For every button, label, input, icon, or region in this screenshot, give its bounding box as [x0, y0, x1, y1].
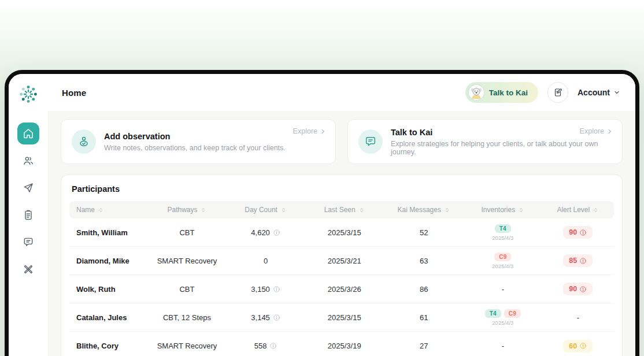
card-text: Add observation Write notes, observation… [104, 132, 286, 152]
table-row[interactable]: Blithe, CorySMART Recovery5582025/3/1927… [69, 332, 614, 356]
notes-icon [23, 209, 34, 221]
sort-icon [200, 207, 206, 213]
empty-value: - [502, 342, 504, 350]
info-icon[interactable] [273, 229, 280, 236]
inventory-date: 2025/4/3 [492, 235, 513, 241]
sort-icon [280, 207, 287, 213]
table-body: Smith, WilliamCBT4,6202025/3/1552T42025/… [69, 218, 614, 356]
info-icon[interactable] [273, 285, 280, 293]
column-header-inventories[interactable]: Inventories [464, 206, 542, 214]
participant-kai-messages: 52 [384, 228, 464, 237]
tools-icon [23, 264, 34, 275]
participant-kai-messages: 63 [384, 257, 464, 265]
chat-bubble-icon [358, 129, 383, 154]
quick-action-cards: Add observation Write notes, observation… [61, 119, 623, 164]
table-row[interactable]: Catalan, JulesCBT, 12 Steps3,1452025/3/1… [69, 303, 614, 332]
sidebar-item-notes[interactable] [17, 204, 39, 226]
info-icon[interactable] [269, 342, 277, 350]
column-header-name[interactable]: Name [69, 206, 147, 214]
kai-avatar [469, 85, 484, 100]
sidebar-item-home[interactable] [17, 123, 39, 144]
home-icon [23, 128, 34, 139]
sort-icon [358, 207, 365, 213]
sidebar-item-tools[interactable] [17, 258, 39, 280]
column-label: Name [76, 206, 95, 214]
participant-kai-messages: 61 [384, 313, 464, 322]
talk-to-kai-card[interactable]: Talk to Kai Explore strategies for helpi… [347, 119, 623, 164]
account-menu[interactable]: Account [578, 88, 620, 97]
participant-last-seen: 2025/3/26 [305, 285, 384, 294]
participant-alert-level: 60 [542, 340, 614, 353]
participant-day-count: 4,620 [227, 228, 305, 237]
column-header-day-count[interactable]: Day Count [227, 206, 305, 214]
participant-alert-level: 90 [542, 226, 614, 239]
alert-badge: 85 [563, 254, 593, 267]
sidebar-item-send[interactable] [17, 177, 39, 199]
participant-day-count: 3,145 [227, 313, 305, 322]
participant-alert-level: - [542, 313, 614, 322]
alert-icon [579, 229, 587, 236]
table-header-row: NamePathwaysDay CountLast SeenKai Messag… [69, 201, 614, 218]
column-label: Last Seen [324, 206, 356, 214]
participant-name: Wolk, Ruth [69, 285, 147, 294]
card-description: Explore strategies for helping your clie… [391, 140, 612, 156]
sort-icon [98, 207, 104, 213]
info-icon[interactable] [273, 314, 280, 321]
sidebar-nav [17, 123, 39, 280]
explore-link[interactable]: Explore [293, 127, 326, 135]
send-icon [23, 182, 34, 194]
participant-last-seen: 2025/3/15 [305, 313, 384, 322]
alert-value: 60 [569, 342, 577, 350]
clients-icon [23, 155, 34, 166]
talk-to-kai-button[interactable]: Talk to Kai [465, 82, 538, 103]
sidebar-item-chat[interactable] [17, 231, 39, 253]
sidebar-item-clients[interactable] [17, 150, 39, 172]
participants-title: Participants [69, 183, 614, 194]
column-label: Inventories [481, 206, 515, 214]
inventories-cell-content: C92025/4/3 [492, 253, 513, 269]
main-area: Home Talk to Kai [48, 74, 635, 356]
column-label: Alert Level [557, 206, 590, 214]
column-header-pathways[interactable]: Pathways [147, 206, 227, 214]
inventories-cell-content: T42025/4/3 [492, 224, 513, 241]
table-row[interactable]: Smith, WilliamCBT4,6202025/3/1552T42025/… [69, 218, 614, 247]
card-text: Talk to Kai Explore strategies for helpi… [391, 128, 612, 156]
column-header-last-seen[interactable]: Last Seen [305, 206, 384, 214]
explore-link[interactable]: Explore [580, 127, 613, 135]
chevron-right-icon [320, 128, 326, 135]
column-header-alert-level[interactable]: Alert Level [542, 206, 614, 214]
participant-inventories: T42025/4/3 [464, 224, 542, 241]
participant-kai-messages: 27 [384, 342, 464, 350]
alert-icon [579, 285, 587, 293]
card-description: Write notes, observations, and keep trac… [104, 144, 286, 152]
alert-value: 85 [569, 257, 577, 265]
alert-value: 90 [569, 228, 577, 236]
participant-last-seen: 2025/3/15 [305, 228, 384, 237]
table-row[interactable]: Diamond, MikeSMART Recovery02025/3/2163C… [69, 247, 614, 275]
table-row[interactable]: Wolk, RuthCBT3,1502025/3/2686-90 [69, 275, 614, 303]
alert-icon [579, 342, 587, 350]
chevron-right-icon [606, 128, 613, 135]
inventory-badge: C9 [494, 253, 511, 261]
sidebar [9, 74, 48, 356]
add-note-button[interactable] [547, 82, 568, 103]
explore-label: Explore [580, 127, 604, 135]
participant-kai-messages: 86 [384, 285, 464, 294]
participants-panel: Participants NamePathwaysDay CountLast S… [61, 175, 623, 356]
sort-icon [518, 207, 524, 213]
chat-icon [23, 236, 34, 248]
participant-last-seen: 2025/3/19 [305, 342, 384, 350]
person-check-icon [72, 129, 96, 154]
chevron-down-icon [613, 89, 620, 96]
inventory-badge: T4 [485, 309, 501, 318]
alert-icon [579, 257, 587, 265]
alert-badge: 60 [563, 340, 593, 353]
card-title: Talk to Kai [391, 128, 612, 137]
add-observation-card[interactable]: Add observation Write notes, observation… [61, 119, 336, 164]
column-header-kai-messages[interactable]: Kai Messages [384, 206, 464, 214]
column-label: Kai Messages [398, 206, 441, 214]
inventory-badge: T4 [495, 224, 511, 233]
participant-name: Diamond, Mike [69, 257, 147, 265]
participant-day-count: 3,150 [227, 285, 305, 294]
empty-value: - [502, 285, 504, 294]
